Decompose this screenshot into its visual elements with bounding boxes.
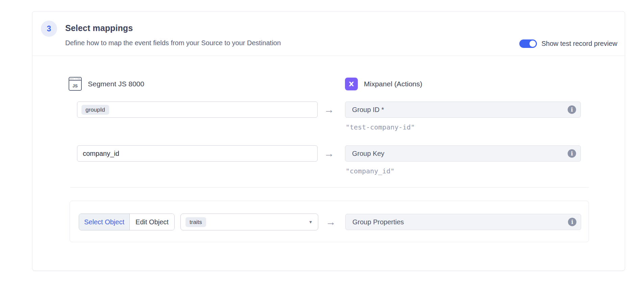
toggle-knob — [529, 40, 536, 47]
source-field-input-company-id[interactable] — [77, 145, 318, 162]
page-subtitle: Define how to map the event fields from … — [65, 39, 281, 47]
section-divider — [70, 187, 589, 188]
edit-object-button[interactable]: Edit Object — [130, 214, 174, 230]
browser-js-icon: JS — [69, 77, 82, 91]
source-column-header: JS Segment JS 8000 — [69, 77, 144, 91]
source-token-chip: groupId — [81, 105, 109, 115]
arrow-right-icon: → — [322, 145, 337, 162]
info-icon[interactable]: i — [568, 149, 576, 158]
destination-field-label: Group Key — [352, 150, 385, 158]
destination-field-group-id: Group ID * i — [345, 102, 581, 118]
show-test-record-preview-toggle[interactable] — [519, 39, 537, 48]
destination-field-group-key: Group Key i — [345, 145, 581, 162]
object-mode-button-group: Select Object Edit Object — [79, 214, 175, 230]
info-icon[interactable]: i — [568, 106, 576, 114]
test-record-preview-toggle-row: Show test record preview — [519, 39, 617, 48]
page-title: Select mappings — [65, 23, 133, 33]
chevron-down-icon: ▾ — [309, 219, 312, 225]
destination-field-group-properties: Group Properties i — [345, 214, 581, 230]
mixpanel-icon — [345, 78, 358, 90]
test-record-preview-value: "test-company-id" — [346, 123, 415, 131]
info-icon[interactable]: i — [568, 218, 576, 226]
test-record-preview-value: "company_id" — [346, 167, 395, 175]
destination-column-header: Mixpanel (Actions) — [345, 78, 422, 90]
source-name: Segment JS 8000 — [88, 80, 144, 88]
select-object-button[interactable]: Select Object — [79, 214, 130, 230]
arrow-right-icon: → — [322, 102, 337, 118]
toggle-label: Show test record preview — [541, 40, 617, 48]
destination-name: Mixpanel (Actions) — [364, 80, 422, 88]
dropdown-selected-chip: traits — [185, 217, 206, 227]
destination-field-label: Group ID * — [352, 106, 384, 114]
object-source-dropdown[interactable]: traits ▾ — [180, 214, 318, 230]
card-header: 3 Select mappings Define how to map the … — [32, 11, 625, 56]
select-mappings-card: 3 Select mappings Define how to map the … — [32, 11, 625, 271]
object-mapping-card: Select Object Edit Object traits ▾ → Gro… — [70, 201, 589, 242]
step-number-badge: 3 — [41, 21, 57, 37]
source-text-input[interactable] — [81, 150, 313, 158]
destination-field-label: Group Properties — [352, 218, 404, 226]
arrow-right-icon: → — [323, 214, 338, 230]
source-field-input-groupid[interactable]: groupId — [77, 102, 318, 118]
